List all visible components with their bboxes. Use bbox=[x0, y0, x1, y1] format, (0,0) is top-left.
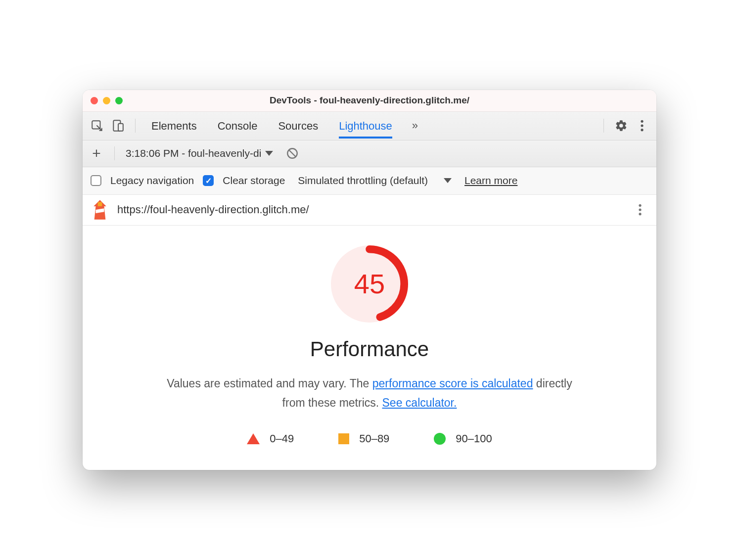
svg-point-14 bbox=[639, 213, 641, 215]
report-url-row: https://foul-heavenly-direction.glitch.m… bbox=[83, 195, 656, 226]
inspect-element-icon[interactable] bbox=[90, 118, 104, 133]
window-title: DevTools - foul-heavenly-direction.glitc… bbox=[83, 95, 656, 106]
tab-strip: Elements Console Sources Lighthouse » bbox=[83, 112, 656, 140]
lighthouse-logo-icon bbox=[92, 200, 108, 220]
separator bbox=[135, 119, 136, 133]
title-bar: DevTools - foul-heavenly-direction.glitc… bbox=[83, 90, 656, 112]
settings-gear-icon[interactable] bbox=[614, 118, 629, 133]
legend-fail: 0–49 bbox=[247, 432, 294, 445]
performance-score: 45 bbox=[331, 245, 408, 323]
traffic-lights bbox=[91, 97, 123, 104]
report-select[interactable]: 3:18:06 PM - foul-heavenly-di bbox=[126, 147, 273, 159]
svg-point-4 bbox=[641, 125, 643, 127]
learn-more-link[interactable]: Learn more bbox=[464, 175, 517, 187]
window-close-button[interactable] bbox=[91, 97, 98, 104]
see-calculator-link[interactable]: See calculator. bbox=[382, 396, 457, 409]
devtools-window: DevTools - foul-heavenly-direction.glitc… bbox=[83, 90, 656, 470]
desc-text-1: Values are estimated and may vary. The bbox=[167, 377, 372, 390]
svg-point-13 bbox=[639, 209, 641, 211]
throttling-dropdown-icon[interactable] bbox=[444, 178, 452, 183]
window-minimize-button[interactable] bbox=[103, 97, 110, 104]
svg-point-5 bbox=[641, 129, 643, 131]
triangle-red-icon bbox=[247, 433, 260, 444]
tab-console[interactable]: Console bbox=[218, 113, 258, 139]
legacy-navigation-checkbox[interactable] bbox=[91, 175, 101, 186]
legend-fail-range: 0–49 bbox=[270, 432, 294, 445]
lighthouse-toolbar: + 3:18:06 PM - foul-heavenly-di bbox=[83, 140, 656, 167]
clear-storage-label: Clear storage bbox=[223, 175, 285, 187]
report-select-label: 3:18:06 PM - foul-heavenly-di bbox=[126, 147, 261, 159]
lighthouse-report: 45 Performance Values are estimated and … bbox=[83, 226, 656, 470]
clear-storage-checkbox[interactable] bbox=[203, 175, 214, 186]
separator bbox=[603, 119, 604, 133]
tab-elements[interactable]: Elements bbox=[151, 113, 197, 139]
score-description: Values are estimated and may vary. The p… bbox=[157, 374, 582, 413]
legend-average: 50–89 bbox=[338, 432, 389, 445]
tab-sources[interactable]: Sources bbox=[278, 113, 318, 139]
new-report-button[interactable]: + bbox=[90, 145, 103, 162]
svg-line-7 bbox=[289, 150, 296, 157]
svg-rect-2 bbox=[118, 124, 123, 131]
dropdown-triangle-icon bbox=[265, 151, 273, 156]
legend-pass: 90–100 bbox=[434, 432, 492, 445]
square-orange-icon bbox=[338, 433, 349, 444]
legend-pass-range: 90–100 bbox=[456, 432, 492, 445]
clear-icon[interactable] bbox=[285, 146, 300, 161]
svg-point-12 bbox=[639, 204, 641, 207]
score-calc-link[interactable]: performance score is calculated bbox=[372, 377, 533, 390]
separator bbox=[114, 146, 115, 160]
performance-gauge: 45 bbox=[331, 245, 408, 323]
circle-green-icon bbox=[434, 433, 446, 445]
tab-lighthouse[interactable]: Lighthouse bbox=[339, 113, 392, 139]
report-url: https://foul-heavenly-direction.glitch.m… bbox=[117, 203, 309, 216]
legend-average-range: 50–89 bbox=[359, 432, 389, 445]
kebab-menu-icon[interactable] bbox=[635, 118, 649, 133]
legacy-navigation-label: Legacy navigation bbox=[110, 175, 194, 187]
throttling-label: Simulated throttling (default) bbox=[298, 175, 428, 187]
device-toggle-icon[interactable] bbox=[110, 118, 125, 133]
score-legend: 0–49 50–89 90–100 bbox=[97, 432, 642, 445]
svg-point-3 bbox=[641, 120, 643, 123]
more-tabs-icon[interactable]: » bbox=[412, 119, 418, 132]
report-menu-icon[interactable] bbox=[633, 202, 647, 217]
window-maximize-button[interactable] bbox=[115, 97, 123, 104]
category-title: Performance bbox=[97, 337, 642, 361]
tabs: Elements Console Sources Lighthouse bbox=[151, 113, 392, 139]
svg-rect-9 bbox=[98, 202, 102, 207]
lighthouse-options: Legacy navigation Clear storage Simulate… bbox=[83, 167, 656, 195]
